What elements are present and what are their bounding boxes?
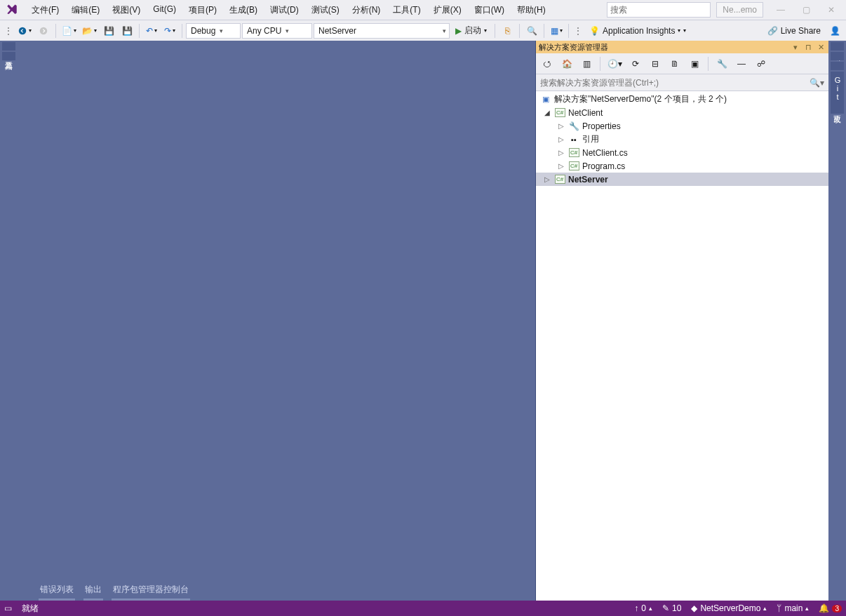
menu-item[interactable]: 窗口(W) [468, 1, 511, 19]
diagnostic-tools-tab[interactable]: 诊断工具 [831, 42, 844, 51]
window-position-icon[interactable]: ▾ [791, 43, 800, 52]
status-notifications[interactable]: 🔔3 [819, 603, 842, 613]
step-over-icon[interactable]: ⎘ [499, 22, 516, 39]
solution-tree[interactable]: ▣ 解决方案"NetServerDemo"(2 个项目，共 2 个) ◢ C# … [536, 91, 828, 601]
csharp-project-icon: C# [554, 107, 565, 119]
status-repo[interactable]: ◆NetServerDemo▴ [691, 603, 767, 613]
chevron-right-icon[interactable]: ▷ [557, 149, 565, 156]
references-node[interactable]: ▷ ▪▪ 引用 [536, 133, 828, 146]
save-button[interactable]: 💾 [100, 22, 117, 39]
chevron-right-icon[interactable]: ▷ [543, 175, 551, 183]
view-code-icon[interactable]: — [733, 55, 750, 72]
solution-explorer-titlebar[interactable]: 解决方案资源管理器 ▾ ⊓ ✕ [536, 41, 828, 53]
status-edits[interactable]: ✎10 [662, 603, 681, 613]
status-upload[interactable]: ↑0▴ [634, 603, 652, 613]
comment-button[interactable]: ▦▾ [548, 22, 565, 39]
solution-explorer-search[interactable]: 🔍▾ [536, 74, 828, 91]
close-button[interactable]: ✕ [819, 0, 843, 20]
pencil-icon: ✎ [662, 603, 669, 613]
show-all-files-icon[interactable]: 🗎 [666, 55, 683, 72]
toolbar-grip-icon: ⋮ [4, 26, 13, 36]
project-node-netserver[interactable]: ▷ C# NetServer [536, 173, 828, 186]
quick-search-input[interactable] [610, 5, 716, 15]
menu-item[interactable]: 文件(F) [25, 1, 65, 19]
find-in-files-button[interactable]: 🔍 [523, 22, 540, 39]
sync-icon[interactable]: ▥ [578, 55, 595, 72]
open-file-button[interactable]: 📂▾ [80, 22, 99, 39]
menu-item[interactable]: 测试(S) [305, 1, 346, 19]
close-panel-icon[interactable]: ✕ [816, 43, 826, 52]
startup-project-combo[interactable]: NetServer▾ [314, 23, 450, 39]
chevron-right-icon[interactable]: ▷ [557, 162, 565, 170]
server-explorer-tab[interactable]: 服务器资源管理器 [2, 42, 15, 51]
back-icon[interactable]: ⭯ [539, 55, 556, 72]
vs-logo-icon [0, 0, 24, 20]
project-label: NetClient [568, 108, 603, 118]
refresh-icon[interactable]: ⟳ [627, 55, 644, 72]
properties-icon[interactable]: 🔧 [713, 55, 730, 72]
redo-button[interactable]: ↷▾ [161, 22, 178, 39]
error-list-tab[interactable]: 错误列表 [39, 582, 75, 601]
preview-icon[interactable]: ▣ [686, 55, 703, 72]
menu-item[interactable]: 编辑(E) [65, 1, 106, 19]
file-node-program-cs[interactable]: ▷ C# Program.cs [536, 159, 828, 173]
git-changes-tab[interactable]: Git 更改 [831, 72, 844, 114]
platform-combo[interactable]: Any CPU▾ [242, 23, 312, 39]
branch-icon: ᛘ [777, 603, 781, 613]
status-branch[interactable]: ᛘmain▴ [777, 603, 809, 613]
new-project-button[interactable]: 📄▾ [60, 22, 79, 39]
output-tab[interactable]: 输出 [83, 582, 103, 601]
menu-item[interactable]: 扩展(X) [427, 1, 468, 19]
feedback-button[interactable]: 👤 [826, 22, 843, 39]
pin-icon[interactable]: ⊓ [803, 43, 813, 52]
node-label: Properties [582, 121, 621, 131]
collapse-all-icon[interactable]: ⊟ [647, 55, 664, 72]
toolbox-tab[interactable]: 工具箱 [2, 52, 15, 60]
project-node-netclient[interactable]: ◢ C# NetClient [536, 106, 828, 119]
status-bar: ▭ 就绪 ↑0▴ ✎10 ◆NetServerDemo▴ ᛘmain▴ 🔔3 [0, 601, 846, 616]
main-toolbar: ⋮ ▾ 📄▾ 📂▾ 💾 💾 ↶▾ ↷▾ Debug▾ Any CPU▾ NetS… [0, 20, 846, 41]
quick-search-box[interactable]: 🔍 [607, 2, 711, 18]
solution-explorer-search-input[interactable] [540, 78, 810, 88]
menu-item[interactable]: 调试(D) [264, 1, 305, 19]
up-arrow-icon: ↑ [634, 603, 638, 613]
title-bar: 文件(F)编辑(E)视图(V)Git(G)项目(P)生成(B)调试(D)测试(S… [0, 0, 846, 20]
save-all-button[interactable]: 💾 [119, 22, 135, 39]
live-share-button[interactable]: 🔗 Live Share [763, 22, 825, 39]
home-icon[interactable]: 🏠 [558, 55, 575, 72]
minimize-button[interactable]: — [769, 0, 793, 20]
start-debug-button[interactable]: ▶ 启动 ▾ [451, 22, 491, 39]
chevron-right-icon[interactable]: ▷ [557, 122, 565, 130]
application-insights-button[interactable]: 💡 Application Insights ▾ ▾ [585, 22, 690, 39]
menu-item[interactable]: 工具(T) [387, 1, 427, 19]
maximize-button[interactable]: ▢ [794, 0, 818, 20]
solution-explorer-panel: 解决方案资源管理器 ▾ ⊓ ✕ ⭯ 🏠 ▥ 🕘▾ ⟳ ⊟ 🗎 ▣ 🔧 — ☍ 🔍… [535, 41, 828, 601]
configuration-combo[interactable]: Debug▾ [186, 23, 241, 39]
properties-tab[interactable]: 属性 [831, 52, 844, 60]
solution-node[interactable]: ▣ 解决方案"NetServerDemo"(2 个项目，共 2 个) [536, 93, 828, 106]
nav-back-button[interactable]: ▾ [15, 22, 34, 39]
menu-item[interactable]: 项目(P) [182, 1, 223, 19]
file-node-netclient-cs[interactable]: ▷ C# NetClient.cs [536, 146, 828, 159]
chevron-down-icon[interactable]: ◢ [543, 109, 551, 116]
chevron-right-icon[interactable]: ▷ [557, 135, 565, 143]
view-designer-icon[interactable]: ☍ [753, 55, 770, 72]
pkgmgr-console-tab[interactable]: 程序包管理器控制台 [112, 582, 190, 601]
solution-explorer-tab[interactable]: 解决方案资源管理器 [831, 62, 844, 70]
references-icon: ▪▪ [568, 134, 579, 145]
menu-item[interactable]: Git(G) [147, 1, 182, 19]
properties-node[interactable]: ▷ 🔧 Properties [536, 119, 828, 133]
main-area: 服务器资源管理器 工具箱 错误列表 输出 程序包管理器控制台 解决方案资源管理器… [0, 41, 846, 601]
project-label: NetServer [568, 175, 608, 185]
solution-name-pill[interactable]: Ne...emo [716, 2, 763, 18]
nav-forward-button[interactable] [35, 22, 52, 39]
menu-item[interactable]: 生成(B) [223, 1, 264, 19]
menu-item[interactable]: 视图(V) [106, 1, 147, 19]
status-window-icon[interactable]: ▭ [4, 603, 12, 613]
bell-icon: 🔔 [819, 603, 829, 613]
history-icon[interactable]: 🕘▾ [605, 55, 624, 72]
menu-item[interactable]: 分析(N) [346, 1, 387, 19]
repo-icon: ◆ [691, 603, 697, 613]
menu-item[interactable]: 帮助(H) [511, 1, 552, 19]
undo-button[interactable]: ↶▾ [143, 22, 160, 39]
